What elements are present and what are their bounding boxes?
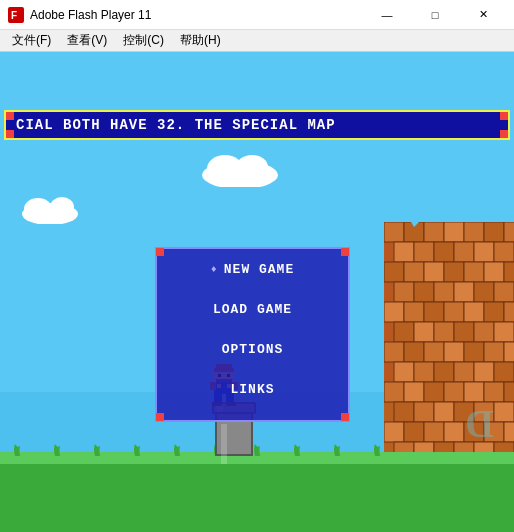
svg-rect-44 [464, 302, 484, 322]
svg-rect-51 [474, 322, 494, 342]
svg-rect-50 [454, 322, 474, 342]
svg-text:F: F [11, 10, 17, 21]
svg-rect-81 [404, 422, 424, 442]
svg-rect-46 [504, 302, 514, 322]
title-bar: F Adobe Flash Player 11 — □ ✕ [0, 0, 514, 30]
svg-rect-61 [414, 362, 434, 382]
game-area: CIAL BOTH HAVE 32. THE SPECIAL MAP [0, 52, 514, 532]
svg-rect-86 [504, 422, 514, 442]
svg-rect-59 [504, 342, 514, 362]
svg-rect-65 [494, 362, 514, 382]
svg-rect-24 [454, 242, 474, 262]
close-button[interactable]: ✕ [460, 0, 506, 30]
svg-rect-53 [384, 342, 404, 362]
banner-text: CIAL BOTH HAVE 32. THE SPECIAL MAP [6, 117, 336, 133]
svg-rect-21 [394, 242, 414, 262]
menu-help[interactable]: 帮助(H) [172, 30, 229, 51]
window-controls: — □ ✕ [364, 0, 506, 30]
banner-corner-tr [500, 112, 508, 120]
svg-rect-14 [384, 222, 404, 242]
menu-control[interactable]: 控制(C) [115, 30, 172, 51]
svg-rect-22 [414, 242, 434, 262]
svg-rect-28 [404, 262, 424, 282]
svg-rect-39 [494, 282, 514, 302]
svg-rect-38 [474, 282, 494, 302]
svg-point-7 [50, 197, 74, 217]
svg-rect-35 [414, 282, 434, 302]
svg-rect-83 [444, 422, 464, 442]
svg-rect-20 [504, 222, 514, 242]
svg-rect-64 [474, 362, 494, 382]
menu-corner-br [341, 413, 349, 421]
svg-rect-57 [464, 342, 484, 362]
svg-rect-58 [484, 342, 504, 362]
svg-rect-72 [484, 382, 504, 402]
svg-rect-27 [384, 262, 404, 282]
svg-rect-70 [444, 382, 464, 402]
svg-rect-34 [394, 282, 414, 302]
svg-rect-62 [434, 362, 454, 382]
svg-rect-63 [454, 362, 474, 382]
svg-rect-73 [504, 382, 514, 402]
scroll-banner: CIAL BOTH HAVE 32. THE SPECIAL MAP [4, 110, 510, 140]
svg-rect-40 [384, 302, 404, 322]
svg-rect-16 [424, 222, 444, 242]
grass-tufts [10, 444, 390, 456]
watermark: D [465, 400, 494, 447]
svg-rect-30 [444, 262, 464, 282]
menu-file[interactable]: 文件(F) [4, 30, 59, 51]
svg-rect-48 [414, 322, 434, 342]
svg-rect-60 [394, 362, 414, 382]
svg-rect-41 [404, 302, 424, 322]
svg-rect-25 [474, 242, 494, 262]
menu-bar: 文件(F) 查看(V) 控制(C) 帮助(H) [0, 30, 514, 52]
svg-rect-69 [424, 382, 444, 402]
svg-rect-23 [434, 242, 454, 262]
svg-rect-79 [494, 402, 514, 422]
menu-view[interactable]: 查看(V) [59, 30, 115, 51]
maximize-button[interactable]: □ [412, 0, 458, 30]
svg-rect-76 [434, 402, 454, 422]
app-icon: F [8, 7, 24, 23]
svg-rect-67 [384, 382, 404, 402]
svg-rect-45 [484, 302, 504, 322]
svg-rect-47 [394, 322, 414, 342]
menu-corner-tl [156, 248, 164, 256]
minimize-button[interactable]: — [364, 0, 410, 30]
svg-rect-19 [484, 222, 504, 242]
svg-rect-42 [424, 302, 444, 322]
svg-point-6 [24, 198, 52, 220]
banner-corner-br [500, 130, 508, 138]
svg-rect-32 [484, 262, 504, 282]
menu-new-game[interactable]: NEW GAME [157, 249, 348, 289]
cloud-1 [200, 147, 280, 191]
svg-rect-68 [404, 382, 424, 402]
menu-corner-bl [156, 413, 164, 421]
cloud-2 [20, 192, 80, 228]
svg-point-4 [236, 155, 268, 179]
svg-rect-74 [394, 402, 414, 422]
window-title: Adobe Flash Player 11 [30, 8, 364, 22]
svg-rect-75 [414, 402, 434, 422]
svg-rect-56 [444, 342, 464, 362]
svg-rect-52 [494, 322, 514, 342]
svg-rect-26 [494, 242, 514, 262]
banner-corner-tl [6, 112, 14, 120]
svg-rect-80 [384, 422, 404, 442]
menu-options[interactable]: OPTIONS [157, 329, 348, 369]
ground [0, 452, 514, 532]
svg-rect-17 [444, 222, 464, 242]
svg-rect-36 [434, 282, 454, 302]
svg-rect-29 [424, 262, 444, 282]
svg-rect-33 [504, 262, 514, 282]
menu-load-game[interactable]: LOAD GAME [157, 289, 348, 329]
svg-rect-54 [404, 342, 424, 362]
svg-rect-71 [464, 382, 484, 402]
svg-rect-18 [464, 222, 484, 242]
game-menu: NEW GAME LOAD GAME OPTIONS LINKS [155, 247, 350, 422]
svg-rect-37 [454, 282, 474, 302]
svg-rect-55 [424, 342, 444, 362]
svg-rect-49 [434, 322, 454, 342]
svg-rect-43 [444, 302, 464, 322]
menu-links[interactable]: LINKS [157, 369, 348, 409]
